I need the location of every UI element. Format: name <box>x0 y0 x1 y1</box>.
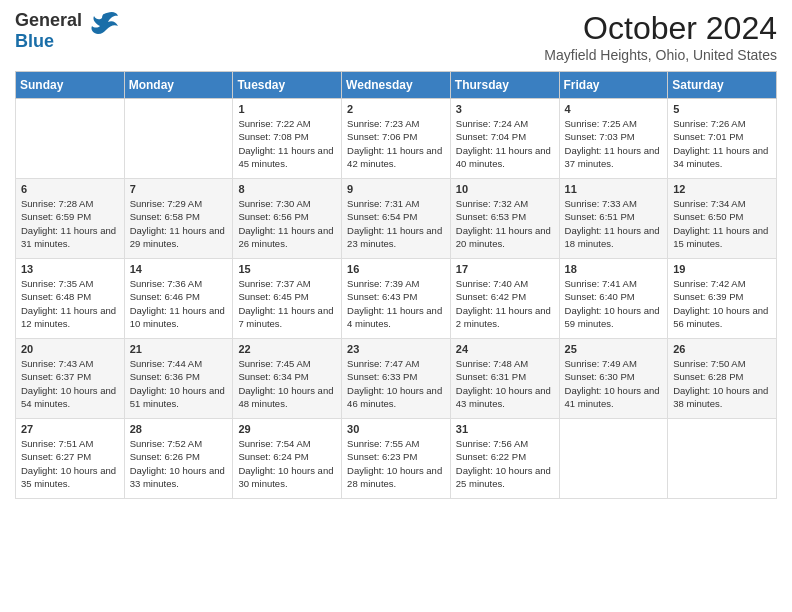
calendar-cell: 31Sunrise: 7:56 AMSunset: 6:22 PMDayligh… <box>450 419 559 499</box>
calendar-cell: 16Sunrise: 7:39 AMSunset: 6:43 PMDayligh… <box>342 259 451 339</box>
calendar-cell <box>124 99 233 179</box>
day-info: Sunrise: 7:44 AMSunset: 6:36 PMDaylight:… <box>130 358 225 409</box>
calendar-cell: 6Sunrise: 7:28 AMSunset: 6:59 PMDaylight… <box>16 179 125 259</box>
day-number: 27 <box>21 423 119 435</box>
day-number: 23 <box>347 343 445 355</box>
calendar-week-4: 20Sunrise: 7:43 AMSunset: 6:37 PMDayligh… <box>16 339 777 419</box>
calendar-cell: 2Sunrise: 7:23 AMSunset: 7:06 PMDaylight… <box>342 99 451 179</box>
calendar-cell: 14Sunrise: 7:36 AMSunset: 6:46 PMDayligh… <box>124 259 233 339</box>
day-info: Sunrise: 7:28 AMSunset: 6:59 PMDaylight:… <box>21 198 116 249</box>
day-number: 6 <box>21 183 119 195</box>
title-section: October 2024 Mayfield Heights, Ohio, Uni… <box>544 10 777 63</box>
day-number: 10 <box>456 183 554 195</box>
day-info: Sunrise: 7:30 AMSunset: 6:56 PMDaylight:… <box>238 198 333 249</box>
day-number: 25 <box>565 343 663 355</box>
day-number: 16 <box>347 263 445 275</box>
logo: General Blue <box>15 10 120 52</box>
calendar-cell: 22Sunrise: 7:45 AMSunset: 6:34 PMDayligh… <box>233 339 342 419</box>
day-info: Sunrise: 7:33 AMSunset: 6:51 PMDaylight:… <box>565 198 660 249</box>
day-info: Sunrise: 7:55 AMSunset: 6:23 PMDaylight:… <box>347 438 442 489</box>
day-info: Sunrise: 7:40 AMSunset: 6:42 PMDaylight:… <box>456 278 551 329</box>
day-number: 8 <box>238 183 336 195</box>
calendar-cell <box>559 419 668 499</box>
header-day-friday: Friday <box>559 72 668 99</box>
day-number: 3 <box>456 103 554 115</box>
header-day-monday: Monday <box>124 72 233 99</box>
location-text: Mayfield Heights, Ohio, United States <box>544 47 777 63</box>
day-number: 28 <box>130 423 228 435</box>
calendar-cell: 18Sunrise: 7:41 AMSunset: 6:40 PMDayligh… <box>559 259 668 339</box>
calendar-cell: 9Sunrise: 7:31 AMSunset: 6:54 PMDaylight… <box>342 179 451 259</box>
logo-general: General <box>15 10 82 30</box>
day-number: 29 <box>238 423 336 435</box>
day-info: Sunrise: 7:31 AMSunset: 6:54 PMDaylight:… <box>347 198 442 249</box>
calendar-cell: 4Sunrise: 7:25 AMSunset: 7:03 PMDaylight… <box>559 99 668 179</box>
day-number: 21 <box>130 343 228 355</box>
day-number: 14 <box>130 263 228 275</box>
day-info: Sunrise: 7:37 AMSunset: 6:45 PMDaylight:… <box>238 278 333 329</box>
calendar-week-3: 13Sunrise: 7:35 AMSunset: 6:48 PMDayligh… <box>16 259 777 339</box>
header-day-saturday: Saturday <box>668 72 777 99</box>
page-header: General Blue October 2024 Mayfield Heigh… <box>15 10 777 63</box>
day-info: Sunrise: 7:49 AMSunset: 6:30 PMDaylight:… <box>565 358 660 409</box>
day-info: Sunrise: 7:51 AMSunset: 6:27 PMDaylight:… <box>21 438 116 489</box>
day-info: Sunrise: 7:29 AMSunset: 6:58 PMDaylight:… <box>130 198 225 249</box>
calendar-cell <box>668 419 777 499</box>
logo-blue: Blue <box>15 31 54 51</box>
logo-bird-icon <box>88 10 120 42</box>
day-info: Sunrise: 7:36 AMSunset: 6:46 PMDaylight:… <box>130 278 225 329</box>
calendar-cell: 1Sunrise: 7:22 AMSunset: 7:08 PMDaylight… <box>233 99 342 179</box>
day-info: Sunrise: 7:43 AMSunset: 6:37 PMDaylight:… <box>21 358 116 409</box>
day-info: Sunrise: 7:26 AMSunset: 7:01 PMDaylight:… <box>673 118 768 169</box>
day-number: 24 <box>456 343 554 355</box>
day-info: Sunrise: 7:54 AMSunset: 6:24 PMDaylight:… <box>238 438 333 489</box>
day-info: Sunrise: 7:48 AMSunset: 6:31 PMDaylight:… <box>456 358 551 409</box>
day-info: Sunrise: 7:41 AMSunset: 6:40 PMDaylight:… <box>565 278 660 329</box>
day-info: Sunrise: 7:45 AMSunset: 6:34 PMDaylight:… <box>238 358 333 409</box>
day-number: 18 <box>565 263 663 275</box>
calendar-cell: 20Sunrise: 7:43 AMSunset: 6:37 PMDayligh… <box>16 339 125 419</box>
day-number: 19 <box>673 263 771 275</box>
calendar-cell: 10Sunrise: 7:32 AMSunset: 6:53 PMDayligh… <box>450 179 559 259</box>
calendar-cell: 19Sunrise: 7:42 AMSunset: 6:39 PMDayligh… <box>668 259 777 339</box>
calendar-cell: 30Sunrise: 7:55 AMSunset: 6:23 PMDayligh… <box>342 419 451 499</box>
day-number: 7 <box>130 183 228 195</box>
day-number: 31 <box>456 423 554 435</box>
day-number: 12 <box>673 183 771 195</box>
calendar-cell: 3Sunrise: 7:24 AMSunset: 7:04 PMDaylight… <box>450 99 559 179</box>
day-info: Sunrise: 7:24 AMSunset: 7:04 PMDaylight:… <box>456 118 551 169</box>
day-info: Sunrise: 7:42 AMSunset: 6:39 PMDaylight:… <box>673 278 768 329</box>
day-info: Sunrise: 7:56 AMSunset: 6:22 PMDaylight:… <box>456 438 551 489</box>
header-day-thursday: Thursday <box>450 72 559 99</box>
day-number: 15 <box>238 263 336 275</box>
calendar-cell: 8Sunrise: 7:30 AMSunset: 6:56 PMDaylight… <box>233 179 342 259</box>
calendar-cell: 7Sunrise: 7:29 AMSunset: 6:58 PMDaylight… <box>124 179 233 259</box>
day-info: Sunrise: 7:39 AMSunset: 6:43 PMDaylight:… <box>347 278 442 329</box>
day-number: 17 <box>456 263 554 275</box>
calendar-cell: 27Sunrise: 7:51 AMSunset: 6:27 PMDayligh… <box>16 419 125 499</box>
day-number: 1 <box>238 103 336 115</box>
month-title: October 2024 <box>544 10 777 47</box>
header-day-tuesday: Tuesday <box>233 72 342 99</box>
day-number: 2 <box>347 103 445 115</box>
calendar-cell: 13Sunrise: 7:35 AMSunset: 6:48 PMDayligh… <box>16 259 125 339</box>
calendar-cell: 11Sunrise: 7:33 AMSunset: 6:51 PMDayligh… <box>559 179 668 259</box>
day-number: 4 <box>565 103 663 115</box>
calendar-cell: 12Sunrise: 7:34 AMSunset: 6:50 PMDayligh… <box>668 179 777 259</box>
day-number: 22 <box>238 343 336 355</box>
calendar-week-5: 27Sunrise: 7:51 AMSunset: 6:27 PMDayligh… <box>16 419 777 499</box>
calendar-cell: 26Sunrise: 7:50 AMSunset: 6:28 PMDayligh… <box>668 339 777 419</box>
day-number: 20 <box>21 343 119 355</box>
calendar-cell: 24Sunrise: 7:48 AMSunset: 6:31 PMDayligh… <box>450 339 559 419</box>
header-day-sunday: Sunday <box>16 72 125 99</box>
calendar-week-1: 1Sunrise: 7:22 AMSunset: 7:08 PMDaylight… <box>16 99 777 179</box>
day-info: Sunrise: 7:47 AMSunset: 6:33 PMDaylight:… <box>347 358 442 409</box>
calendar-cell: 28Sunrise: 7:52 AMSunset: 6:26 PMDayligh… <box>124 419 233 499</box>
calendar-cell: 29Sunrise: 7:54 AMSunset: 6:24 PMDayligh… <box>233 419 342 499</box>
day-info: Sunrise: 7:52 AMSunset: 6:26 PMDaylight:… <box>130 438 225 489</box>
day-number: 13 <box>21 263 119 275</box>
calendar-cell: 17Sunrise: 7:40 AMSunset: 6:42 PMDayligh… <box>450 259 559 339</box>
day-info: Sunrise: 7:22 AMSunset: 7:08 PMDaylight:… <box>238 118 333 169</box>
header-day-wednesday: Wednesday <box>342 72 451 99</box>
day-number: 9 <box>347 183 445 195</box>
